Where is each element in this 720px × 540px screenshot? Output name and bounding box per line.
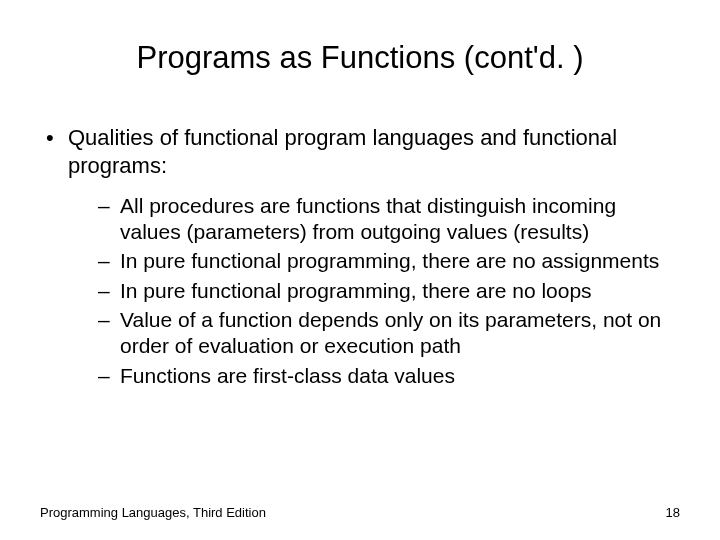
slide-title: Programs as Functions (cont'd. ) [40, 40, 680, 76]
sub-bullet-item: Functions are first-class data values [98, 363, 680, 389]
sub-bullet-item: In pure functional programming, there ar… [98, 278, 680, 304]
sub-bullet-item: All procedures are functions that distin… [98, 193, 680, 244]
main-bullet: Qualities of functional program language… [40, 124, 680, 179]
slide-footer: Programming Languages, Third Edition 18 [40, 505, 680, 520]
sub-bullet-item: In pure functional programming, there ar… [98, 248, 680, 274]
footer-book-title: Programming Languages, Third Edition [40, 505, 266, 520]
footer-page-number: 18 [666, 505, 680, 520]
sub-bullet-list: All procedures are functions that distin… [40, 193, 680, 388]
sub-bullet-item: Value of a function depends only on its … [98, 307, 680, 358]
